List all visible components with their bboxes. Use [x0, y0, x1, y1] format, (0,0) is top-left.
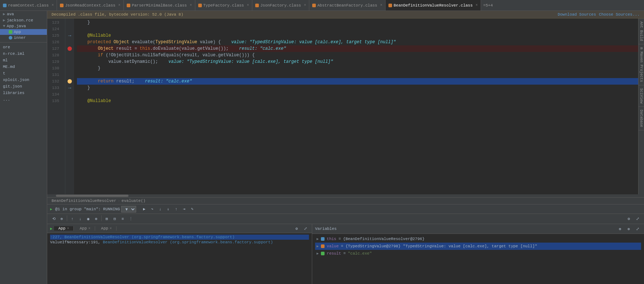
tab-jsonfactory[interactable]: JsonFactory.class × — [252, 0, 309, 11]
sidebar-item-appjava[interactable]: ▼ App.java — [0, 23, 47, 29]
sidebar-item-jackson-rce[interactable]: ▶ jackson.rce — [0, 17, 47, 23]
side-label-maven[interactable]: m Maven Projects — [639, 44, 644, 85]
debug-step-into-button[interactable]: ↓ — [156, 206, 164, 213]
debug-step-out-button[interactable]: ↑ — [172, 206, 180, 213]
console-row-0[interactable]: :227, BeanDefinitionValueResolver (org.s… — [50, 235, 309, 240]
bottom-tab-app2[interactable]: App × — [75, 226, 95, 231]
variables-expand-button[interactable]: ⤢ — [634, 225, 641, 232]
sidebar-item-ml[interactable]: ml — [0, 57, 47, 64]
tab-close-reamcontext[interactable]: × — [52, 3, 54, 7]
debug-step-over-button[interactable]: ↷ — [148, 206, 156, 213]
sidebar-item-git-json[interactable]: git.json — [0, 83, 47, 90]
horizontal-scrollbar[interactable] — [47, 194, 644, 197]
console-btn-2[interactable]: ⊕ — [58, 215, 65, 223]
bottom-tab-app1[interactable]: App × — [54, 226, 74, 231]
code-line-123: } — [77, 19, 644, 26]
tab-label-abstractbeanfactory: AbstractBeanFactory.class — [317, 3, 377, 8]
ln-124: 124 — [47, 26, 62, 32]
var-expand-value[interactable]: ▶ — [317, 244, 319, 248]
tab-abstractbeanfactory[interactable]: AbstractBeanFactory.class × — [309, 0, 386, 11]
tab-extra[interactable]: =5+4 — [481, 3, 495, 8]
bottom-tab-app3[interactable]: App × — [97, 226, 117, 231]
sidebar-item-ore[interactable]: ore — [0, 44, 47, 50]
console-row-1[interactable]: ValueIfNecessary:191, BeanDefinitionValu… — [50, 240, 309, 245]
sidebar-item-me-md[interactable]: ME.md — [0, 64, 47, 70]
ln-135: 135 — [47, 98, 62, 104]
tab-typefactory[interactable]: TypeFactory.class × — [195, 0, 252, 11]
tab-beandefinitionvalueresolver[interactable]: BeanDefinitionValueResolver.class × — [386, 0, 481, 11]
sidebar-item-rce-iml[interactable]: n-rce.iml — [0, 50, 47, 57]
var-expand-result[interactable]: ▶ — [317, 251, 319, 256]
tab-reamcontext[interactable]: reamContext.class × — [0, 0, 57, 11]
debug-evaluate-button[interactable]: ✎ — [188, 206, 196, 213]
console-btn-6[interactable]: ⊟ — [111, 215, 118, 223]
breakpoint-127[interactable] — [68, 46, 72, 51]
console-top-buttons: ⚙ ⤢ — [293, 225, 309, 232]
console-top-btn-1[interactable]: ⚙ — [293, 225, 300, 232]
sidebar-item-libraries[interactable]: libraries — [0, 90, 47, 96]
choose-sources-link[interactable]: Choose Sources... — [599, 12, 640, 17]
breadcrumb-method[interactable]: evaluate() — [122, 199, 146, 203]
tab-label-jsonreadcontext: JsonReadContext.class — [65, 3, 115, 8]
code-line-132: return result; result: "calc.exe" — [77, 78, 644, 85]
bottom-tab-close-3[interactable]: × — [110, 227, 112, 231]
gutter-133: → — [65, 85, 74, 91]
code-line-135: @Nullable — [77, 98, 644, 104]
tab-close-parserminimalbase[interactable]: × — [190, 3, 192, 7]
debug-force-step-button[interactable]: ⇓ — [164, 206, 172, 213]
toolbar-sep-2 — [101, 215, 102, 221]
side-label-database[interactable]: Database — [639, 107, 644, 130]
var-row-this[interactable]: ▶ this = {BeanDefinitionValueResolver@27… — [315, 235, 641, 243]
sidebar-item-exploit-json[interactable]: xploit.json — [0, 77, 47, 83]
bottom-tab-close-1[interactable]: × — [67, 227, 69, 231]
sidebar: ▶ ava ▶ jackson.rce ▼ App.java App inner… — [0, 11, 47, 284]
side-label-sciview[interactable]: SciView — [639, 85, 644, 107]
tab-close-jsonfactory[interactable]: × — [304, 3, 306, 7]
tab-close-typefactory[interactable]: × — [247, 3, 249, 7]
debug-run-to-cursor-button[interactable]: ⇥ — [180, 206, 188, 213]
sidebar-label-app: App — [14, 30, 21, 34]
ln-134: 134 — [47, 91, 62, 98]
notice-links: Download Sources Choose Sources... — [558, 12, 640, 17]
variables-btn-1[interactable]: ⊕ — [616, 225, 624, 232]
sidebar-item-t[interactable]: t — [0, 70, 47, 77]
sidebar-item-app[interactable]: App — [0, 29, 47, 35]
console-btn-5[interactable]: ⊞ — [103, 215, 110, 223]
download-sources-link[interactable]: Download Sources — [558, 12, 596, 17]
console-top-btn-2[interactable]: ⤢ — [302, 225, 309, 232]
console-btn-down[interactable]: ↓ — [77, 215, 84, 223]
tab-extra-label: =5+4 — [483, 3, 493, 8]
scrollbar-thumb[interactable] — [56, 195, 129, 197]
debug-thread-select[interactable]: ▼ — [121, 206, 136, 212]
debug-resume-button[interactable]: ▶ — [140, 206, 148, 213]
console-btn-4[interactable]: ⊗ — [93, 215, 100, 223]
tab-close-beandefinitionvalueresolver[interactable]: × — [476, 3, 478, 7]
breadcrumb-class[interactable]: BeanDefinitionValueResolver — [52, 199, 116, 203]
sidebar-item-more[interactable]: ... — [0, 96, 47, 103]
console-btn-3[interactable]: ◉ — [85, 215, 92, 223]
var-row-value[interactable]: ▶ value = {TypedStringValue@2798} "Typed… — [315, 243, 641, 250]
console-btn-up[interactable]: ↑ — [69, 215, 76, 223]
var-row-result[interactable]: ▶ result = "calc.exe" — [315, 250, 641, 257]
sidebar-item-inner[interactable]: inner — [0, 35, 47, 41]
gutter-135 — [65, 98, 74, 104]
console-btn-1[interactable]: ⟲ — [50, 215, 57, 223]
tab-close-jsonreadcontext[interactable]: × — [118, 3, 121, 7]
variables-btn-2[interactable]: ⊗ — [625, 225, 632, 232]
side-label-antbuild[interactable]: Ant Build — [639, 19, 644, 44]
panel-expand-button[interactable]: ⤢ — [634, 215, 641, 223]
tab-jsonreadcontext[interactable]: JsonReadContext.class × — [57, 0, 124, 11]
console-btn-7[interactable]: ≡ — [119, 215, 126, 223]
gutter-129 — [65, 58, 74, 65]
console-btn-8[interactable]: ⋮ — [127, 215, 134, 223]
tab-close-abstractbeanfactory[interactable]: × — [380, 3, 382, 7]
tab-parserminimalbase[interactable]: ParserMinimalBase.class × — [124, 0, 195, 11]
bottom-tab-close-2[interactable]: × — [88, 227, 90, 231]
bookmark-132[interactable] — [68, 79, 72, 84]
var-expand-this[interactable]: ▶ — [317, 237, 319, 241]
gutter-123 — [65, 19, 74, 26]
code-content[interactable]: } @Nullable protected Object evaluate(Ty… — [74, 19, 644, 194]
sidebar-item-ava[interactable]: ▶ ava — [0, 11, 47, 17]
bottom-toolbar: ⟲ ⊕ ↑ ↓ ◉ ⊗ ⊞ ⊟ ≡ ⋮ ⚙ ⤢ — [47, 214, 644, 224]
panel-settings-button[interactable]: ⚙ — [625, 215, 632, 223]
